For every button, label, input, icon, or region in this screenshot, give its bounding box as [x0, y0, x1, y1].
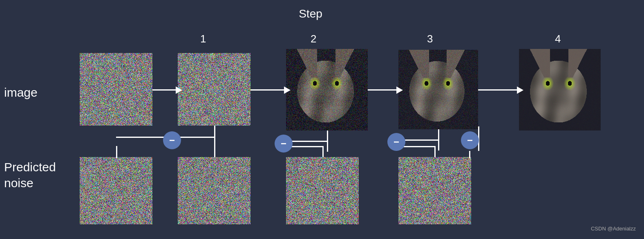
arrow-0-1 — [152, 89, 178, 91]
image-box-4 — [519, 49, 601, 131]
image-row-label: image — [4, 86, 38, 100]
image-box-3 — [398, 50, 478, 129]
arrowhead-3-4 — [517, 86, 523, 94]
step-title-label: Step — [299, 7, 322, 20]
image-box-1 — [178, 53, 250, 126]
arrowhead-2-3 — [396, 86, 403, 94]
noise-box-1 — [178, 157, 250, 224]
predicted-noise-label: Predicted noise — [4, 159, 56, 191]
t-connector-v-1 — [214, 126, 215, 147]
step-num-2: 2 — [311, 33, 316, 45]
arrow-2-3 — [368, 89, 398, 91]
noise-v-connector-2 — [322, 146, 324, 157]
arrowhead-0-1 — [176, 86, 182, 94]
noise-box-3 — [398, 157, 471, 224]
step-num-3: 3 — [427, 33, 433, 45]
step-num-4: 4 — [555, 33, 561, 45]
minus-circle-1: − — [163, 131, 181, 149]
arrow-3-4 — [478, 89, 519, 91]
t-connector-v-4b — [469, 151, 470, 158]
minus-circle-3: − — [387, 133, 405, 151]
arrowhead-1-2 — [284, 86, 291, 94]
step-num-1: 1 — [200, 33, 206, 45]
noise-box-0 — [80, 157, 152, 224]
image-box-0 — [80, 53, 152, 126]
watermark: CSDN @Adenialzz — [591, 226, 636, 232]
minus-circle-4: − — [461, 131, 479, 149]
noise-v-connector-0 — [116, 146, 117, 158]
image-box-2 — [286, 49, 368, 131]
noise-box-2 — [286, 157, 359, 224]
diagram-container: Step 1 2 3 4 image Predicted noise — [0, 0, 644, 239]
arrow-1-2 — [250, 89, 286, 91]
minus-circle-2: − — [275, 135, 293, 153]
noise-v-connector-1 — [214, 146, 215, 157]
noise-v-connector-3 — [434, 146, 436, 157]
